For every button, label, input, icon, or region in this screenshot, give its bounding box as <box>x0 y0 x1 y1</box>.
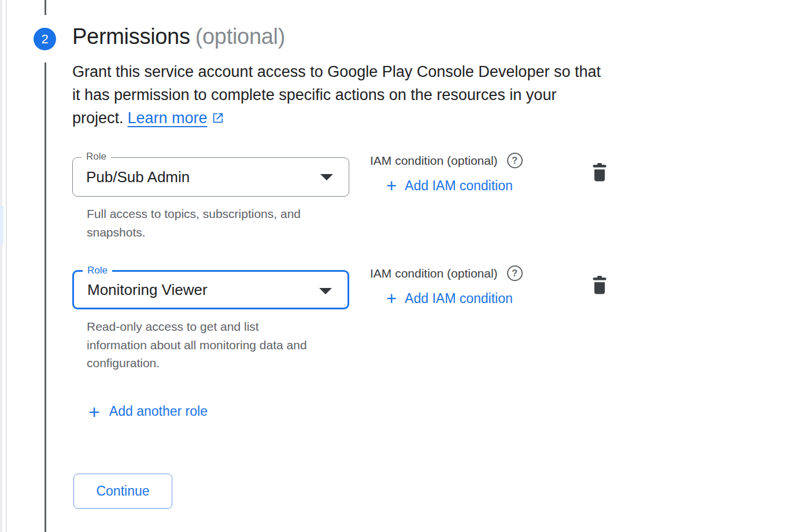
role-row: Role Pub/Sub Admin Full access to topics… <box>72 157 801 241</box>
add-another-role-label: Add another role <box>109 404 208 419</box>
role-select-2-label: Role <box>83 265 112 276</box>
description-line-2: it has permission to complete specific a… <box>72 83 601 106</box>
role-1-helper-text: Full access to topics, subscriptions, an… <box>87 205 313 241</box>
step-number-badge: 2 <box>34 28 56 50</box>
add-iam-condition-button-1[interactable]: + Add IAM condition <box>386 178 523 194</box>
help-icon[interactable]: ? <box>507 265 523 281</box>
left-scrollbar-thumb[interactable] <box>0 206 3 245</box>
learn-more-link[interactable]: Learn more <box>128 109 208 127</box>
page-title: Permissions(optional) <box>72 24 285 49</box>
role-select-1-label: Role <box>82 151 111 162</box>
step-number: 2 <box>41 32 48 47</box>
description-line-1: Grant this service account access to Goo… <box>72 60 601 83</box>
external-link-icon <box>212 108 224 131</box>
add-iam-condition-label: Add IAM condition <box>405 178 513 194</box>
iam-condition-label: IAM condition (optional) <box>370 154 498 168</box>
stepper-connector-top <box>45 0 46 15</box>
panel-divider <box>6 0 7 532</box>
chevron-down-icon <box>320 174 333 180</box>
chevron-down-icon <box>319 288 332 294</box>
description-line-3-text: project. <box>72 109 124 127</box>
stepper-connector-bottom <box>45 62 46 532</box>
plus-icon: + <box>386 292 397 306</box>
iam-condition-block: IAM condition (optional) ? + Add IAM con… <box>370 265 523 306</box>
continue-button[interactable]: Continue <box>73 474 172 509</box>
left-scrollbar-track[interactable] <box>0 0 2 532</box>
plus-icon: + <box>88 405 100 419</box>
add-iam-condition-button-2[interactable]: + Add IAM condition <box>386 291 523 306</box>
delete-role-button-1[interactable] <box>591 163 609 182</box>
page-title-text: Permissions <box>72 24 190 49</box>
role-select-1[interactable]: Role Pub/Sub Admin <box>72 157 349 197</box>
role-2-helper-text: Read-only access to get and list informa… <box>87 317 313 372</box>
role-select-1-value: Pub/Sub Admin <box>86 168 190 186</box>
trash-icon <box>591 276 608 294</box>
delete-role-button-2[interactable] <box>591 276 609 294</box>
step-description: Grant this service account access to Goo… <box>72 60 601 131</box>
role-select-2[interactable]: Role Monitoring Viewer <box>72 270 349 309</box>
plus-icon: + <box>386 179 397 193</box>
iam-condition-block: IAM condition (optional) ? + Add IAM con… <box>370 153 523 194</box>
page-title-optional: (optional) <box>195 24 285 49</box>
role-select-2-value: Monitoring Viewer <box>87 281 208 299</box>
iam-condition-label: IAM condition (optional) <box>370 267 498 280</box>
add-another-role-button[interactable]: + Add another role <box>88 404 208 419</box>
description-line-3: project.Learn more <box>72 106 601 131</box>
trash-icon <box>591 163 608 182</box>
service-account-permissions-step: 2 Permissions(optional) Grant this servi… <box>0 0 806 532</box>
add-iam-condition-label: Add IAM condition <box>405 291 513 306</box>
help-icon[interactable]: ? <box>507 153 523 168</box>
role-row: Role Monitoring Viewer Read-only access … <box>72 270 801 372</box>
